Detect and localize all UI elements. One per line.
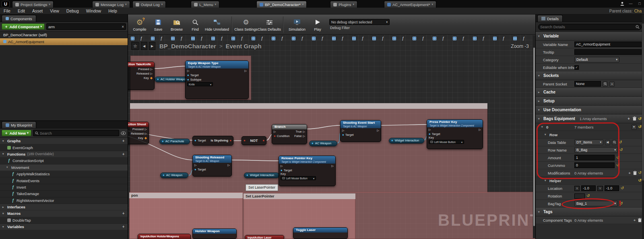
find-button[interactable]: Find bbox=[186, 15, 204, 34]
node-shooting-event-start[interactable]: Shooting Event StartTarget is AC Weapon … bbox=[340, 120, 381, 142]
delete-icon[interactable] bbox=[633, 116, 636, 121]
comment-title[interactable]: Set LaserPointer bbox=[244, 193, 355, 199]
node-inputaction-holsterweapons[interactable]: InputAction HolsterWeapons bbox=[138, 234, 191, 239]
key-dropdown[interactable]: Left Mouse Button▾ bbox=[281, 176, 316, 180]
details-search-input[interactable] bbox=[540, 25, 634, 29]
data-pin[interactable]: ● bbox=[194, 136, 196, 145]
class-defaults-button[interactable]: Class Defaults bbox=[258, 15, 281, 34]
tab-my-blueprint[interactable]: My Blueprint bbox=[2, 121, 36, 128]
reset-to-default-icon[interactable]: ↺ bbox=[616, 163, 619, 167]
node-press-pointer-key[interactable]: Press Pointer KeyTarget is Widget Intera… bbox=[427, 119, 483, 149]
exec-pin[interactable]: ▷ bbox=[145, 127, 147, 131]
variable-node-widget-interaction[interactable]: ●Widget Interaction bbox=[244, 172, 279, 178]
eye-filter-icon[interactable] bbox=[121, 131, 126, 135]
variable-node-ac-weapon[interactable]: ●AC Weapon bbox=[160, 172, 188, 178]
exec-pin[interactable]: ▷ bbox=[429, 127, 431, 132]
window-tab-plugins[interactable]: Plugins▾ bbox=[330, 1, 357, 8]
delete-icon[interactable] bbox=[638, 218, 642, 222]
row-array-element-0[interactable]: ▾0 7 members▾↺ bbox=[536, 123, 644, 131]
menu-window[interactable]: Window bbox=[83, 8, 105, 13]
add-element-icon[interactable]: ＋ bbox=[628, 170, 632, 176]
class-settings-button[interactable]: ⚙ Class Settings bbox=[234, 15, 258, 34]
data-pin[interactable]: ● bbox=[229, 136, 231, 145]
menu-help[interactable]: Help bbox=[105, 8, 121, 13]
function-item[interactable]: ƒRotateEvents bbox=[0, 177, 128, 184]
node-is-skydiving[interactable]: ●TargetIs Skydiving● bbox=[192, 136, 233, 145]
tab-details[interactable]: Details bbox=[537, 15, 563, 22]
data-pin[interactable]: ● bbox=[194, 167, 196, 172]
menu-debug[interactable]: Debug bbox=[63, 8, 83, 13]
data-pin[interactable]: ● bbox=[262, 137, 264, 145]
bookmark-star-icon[interactable]: ☆ bbox=[131, 42, 139, 50]
exec-pin[interactable]: ▷ bbox=[151, 71, 153, 76]
exec-pin[interactable]: ▷ bbox=[145, 131, 147, 136]
comment-title[interactable] bbox=[130, 103, 487, 109]
window-tab-project-settings[interactable]: Project Settings▾ bbox=[12, 1, 54, 8]
interfaces-section-header[interactable]: ▸Interfaces bbox=[0, 204, 128, 210]
details-scrollbar[interactable] bbox=[642, 15, 644, 239]
node-inputaction-takeknife[interactable]: InputAction TakeKnife Pressed▷ Released▷… bbox=[128, 62, 155, 90]
exec-pin[interactable]: ▷ bbox=[332, 164, 334, 168]
bagtag-dropdown[interactable]: Bag_1▾ bbox=[574, 201, 618, 206]
graphs-section-header[interactable]: ▾Graphs＋ bbox=[0, 138, 128, 144]
data-pin[interactable]: ● bbox=[187, 77, 189, 82]
location-x-input[interactable] bbox=[581, 185, 596, 191]
parent-socket-input[interactable] bbox=[574, 81, 601, 87]
function-item[interactable]: ƒRightMovementVector bbox=[0, 197, 128, 204]
exec-pin[interactable]: ▷ bbox=[187, 69, 189, 73]
exec-pin[interactable]: ▷ bbox=[342, 128, 344, 133]
exec-pin[interactable]: ▷ bbox=[151, 67, 153, 71]
section-setup[interactable]: ▸Setup bbox=[536, 97, 644, 106]
add-graph-icon[interactable]: ＋ bbox=[122, 138, 125, 143]
reset-to-default-icon[interactable]: ↺ bbox=[638, 171, 642, 175]
debug-filter-label[interactable]: Debug Filter bbox=[329, 26, 390, 30]
category-dropdown[interactable]: Default▾ bbox=[574, 57, 619, 62]
tooltip-input[interactable] bbox=[574, 49, 642, 55]
components-search-input[interactable] bbox=[48, 25, 120, 29]
add-function-icon[interactable]: ＋ bbox=[122, 152, 125, 157]
component-item-ac-armorequipment[interactable]: AC_ArmorEquipment bbox=[0, 38, 128, 45]
exec-pin[interactable]: ▷ bbox=[303, 134, 305, 138]
clear-search-icon[interactable]: × bbox=[122, 25, 124, 29]
node-branch[interactable]: Branch ▷True▷ ●ConditionFalse▷ bbox=[272, 124, 307, 144]
function-item[interactable]: ƒTakeDamage bbox=[0, 191, 128, 197]
menu-file[interactable]: File bbox=[0, 8, 14, 13]
window-tab-ac-armorequipment[interactable]: AC_ArmorEquipment*▾ bbox=[384, 1, 436, 8]
graph-canvas[interactable]: ƒ ƒƒƒƒƒƒƒƒƒƒƒƒƒƒƒƒƒƒƒ pon Set LaserPoint… bbox=[128, 35, 535, 239]
element-options-button[interactable]: ▾ bbox=[632, 125, 637, 130]
reset-to-default-icon[interactable]: ↺ bbox=[638, 125, 642, 129]
minimize-button[interactable]: — bbox=[628, 2, 634, 6]
section-cache[interactable]: ▸Cache bbox=[536, 88, 644, 97]
rotation-value-box[interactable] bbox=[574, 193, 585, 199]
debug-object-dropdown[interactable]: No debug object selected ▾ bbox=[329, 19, 390, 25]
node-equip-weapon-type[interactable]: Equip Weapon TypeTarget is AC Holster We… bbox=[185, 60, 249, 99]
reset-to-default-icon[interactable]: ↺ bbox=[621, 186, 624, 190]
exec-pin[interactable]: ▷ bbox=[281, 164, 283, 168]
editable-checkbox[interactable]: ✓ bbox=[574, 65, 579, 70]
graph-item-eventgraph[interactable]: EventGraph bbox=[0, 144, 128, 151]
breadcrumb-root[interactable]: BP_DemoCharacter bbox=[159, 43, 216, 50]
section-use-documentation[interactable]: ▾Use Documentation bbox=[536, 106, 644, 114]
simulation-button[interactable]: Simulation bbox=[286, 15, 308, 34]
curammo-input[interactable] bbox=[574, 162, 615, 168]
use-selected-asset-button[interactable]: ◀ bbox=[605, 140, 610, 145]
data-pin[interactable]: ● bbox=[244, 137, 246, 145]
nav-forward-button[interactable]: ▶ bbox=[149, 42, 155, 50]
window-tab-output-log[interactable]: Output Log▾ bbox=[132, 1, 166, 8]
hide-unrelated-button[interactable]: Hide Unrelated bbox=[204, 15, 229, 34]
node-inputaction-laser[interactable]: InputAction Laser bbox=[245, 235, 284, 239]
scrollbar-thumb[interactable] bbox=[642, 23, 644, 181]
node-toggle-laser[interactable]: Toggle Laser bbox=[293, 227, 348, 239]
section-tags[interactable]: ▾Tags bbox=[536, 208, 644, 216]
amount-input[interactable] bbox=[574, 155, 615, 160]
functions-section-header[interactable]: ▾Functions(189 Overridable)＋ bbox=[0, 151, 128, 158]
macros-section-header[interactable]: ▾Macros＋ bbox=[0, 210, 128, 217]
add-variable-icon[interactable]: ＋ bbox=[122, 224, 125, 229]
exec-pin[interactable]: ▷ bbox=[274, 129, 276, 134]
variable-node-ac-weapon[interactable]: ●AC Weapon bbox=[309, 141, 337, 146]
node-release-pointer-key[interactable]: Release Pointer KeyTarget is Widget Inte… bbox=[279, 156, 336, 186]
node-shooting-released[interactable]: Shooting ReleasedTarget is AC Weapon ▷▷ … bbox=[192, 155, 232, 177]
data-table-dropdown[interactable]: DT_Items▾ bbox=[574, 139, 603, 145]
node-inputaction-shoot[interactable]: InputAction Shoot Pressed▷ Released▷ Key… bbox=[128, 122, 149, 144]
my-blueprint-search-input[interactable] bbox=[40, 131, 117, 135]
